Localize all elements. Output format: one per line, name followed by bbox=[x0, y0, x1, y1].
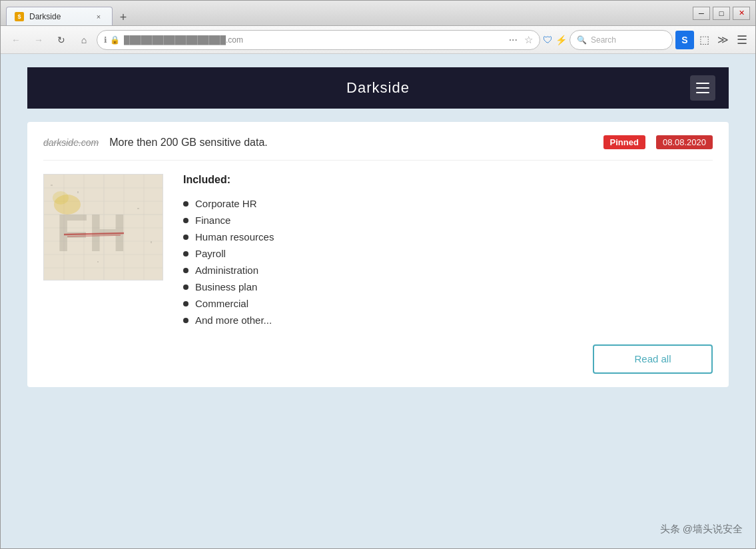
bullet-icon bbox=[183, 201, 189, 207]
bullet-icon bbox=[183, 235, 189, 240]
list-item: Finance bbox=[183, 212, 713, 229]
post-body: FH bbox=[43, 174, 713, 374]
svg-rect-18 bbox=[51, 185, 53, 186]
pinned-badge: Pinned bbox=[603, 135, 645, 149]
list-item: Corporate HR bbox=[183, 195, 713, 212]
post-header: darkside.com More then 200 GB sensitive … bbox=[43, 135, 713, 161]
search-bar[interactable]: 🔍 Search bbox=[569, 30, 673, 50]
bullet-icon bbox=[183, 301, 189, 306]
address-menu-dots[interactable]: ··· bbox=[506, 34, 520, 46]
included-title: Included: bbox=[183, 174, 713, 186]
title-bar: $ Darkside × + ─ □ ✕ bbox=[1, 1, 755, 26]
list-item-text: Administration bbox=[195, 265, 258, 276]
search-input[interactable]: Search bbox=[591, 35, 665, 45]
minimize-button[interactable]: ─ bbox=[693, 7, 710, 20]
bullet-icon bbox=[183, 218, 189, 223]
url-text: ██████████████████.com bbox=[124, 35, 502, 45]
list-item: Administration bbox=[183, 262, 713, 278]
profile-button[interactable]: S bbox=[675, 31, 694, 49]
list-item: Human resources bbox=[183, 229, 713, 245]
address-bar[interactable]: ℹ 🔒 ██████████████████.com ··· ☆ bbox=[97, 30, 540, 50]
list-item-text: Payroll bbox=[195, 248, 226, 259]
ham-line-1 bbox=[696, 83, 709, 84]
page-content: Darkside darkside.com More then 200 GB s… bbox=[1, 54, 755, 548]
svg-rect-22 bbox=[151, 241, 152, 243]
site-header: Darkside bbox=[27, 67, 729, 109]
tab-favicon: $ bbox=[15, 12, 24, 21]
post-card: darkside.com More then 200 GB sensitive … bbox=[27, 122, 729, 387]
browser-tab[interactable]: $ Darkside × bbox=[6, 7, 113, 25]
navigation-bar: ← → ↻ ⌂ ℹ 🔒 ██████████████████.com ··· ☆… bbox=[1, 26, 755, 54]
svg-rect-21 bbox=[97, 261, 99, 263]
new-tab-button[interactable]: + bbox=[114, 9, 133, 25]
bookmark-icon[interactable]: ☆ bbox=[524, 34, 533, 46]
lightning-icon[interactable]: ⚡ bbox=[556, 35, 567, 45]
info-icon: ℹ bbox=[104, 35, 107, 45]
tab-title: Darkside bbox=[29, 12, 88, 21]
sidebar-button[interactable]: ⬚ bbox=[697, 31, 712, 49]
list-item: Commercial bbox=[183, 295, 713, 312]
home-button[interactable]: ⌂ bbox=[74, 30, 94, 50]
forward-button[interactable]: → bbox=[29, 30, 49, 50]
post-image: FH bbox=[43, 174, 163, 280]
list-item-text: Finance bbox=[195, 215, 230, 226]
tab-close-button[interactable]: × bbox=[93, 11, 104, 22]
refresh-button[interactable]: ↻ bbox=[51, 30, 71, 50]
bullet-icon bbox=[183, 284, 189, 290]
bullet-icon bbox=[183, 251, 189, 257]
bullet-icon bbox=[183, 318, 189, 323]
post-date: 08.08.2020 bbox=[656, 135, 713, 149]
included-list: Corporate HRFinanceHuman resourcesPayrol… bbox=[183, 195, 713, 328]
list-item: Payroll bbox=[183, 245, 713, 262]
post-image-noise: FH bbox=[44, 175, 163, 280]
read-all-button[interactable]: Read all bbox=[593, 344, 713, 374]
post-headline: More then 200 GB sensitive data. bbox=[109, 137, 592, 149]
list-item: And more other... bbox=[183, 312, 713, 328]
list-item: Business plan bbox=[183, 278, 713, 295]
address-icons: ℹ 🔒 bbox=[104, 35, 120, 45]
more-button[interactable]: ≫ bbox=[715, 31, 731, 49]
ham-line-2 bbox=[696, 87, 709, 89]
shield-icon[interactable]: 🛡 bbox=[543, 34, 553, 45]
maximize-button[interactable]: □ bbox=[713, 7, 730, 20]
list-item-text: Commercial bbox=[195, 298, 248, 309]
watermark: 头条 @墙头说安全 bbox=[660, 523, 743, 536]
svg-point-15 bbox=[53, 191, 69, 205]
bullet-icon bbox=[183, 268, 189, 273]
list-item-text: Business plan bbox=[195, 281, 257, 292]
list-item-text: Human resources bbox=[195, 231, 274, 243]
post-details: Included: Corporate HRFinanceHuman resou… bbox=[183, 174, 713, 374]
window-controls: ─ □ ✕ bbox=[693, 7, 750, 20]
site-title: Darkside bbox=[346, 79, 410, 97]
browser-window: $ Darkside × + ─ □ ✕ ← → ↻ ⌂ ℹ bbox=[0, 0, 756, 549]
back-button[interactable]: ← bbox=[6, 30, 26, 50]
site-menu-button[interactable] bbox=[690, 75, 715, 101]
list-item-text: Corporate HR bbox=[195, 198, 257, 209]
close-button[interactable]: ✕ bbox=[733, 7, 750, 20]
svg-rect-19 bbox=[77, 191, 79, 193]
post-site-name: darkside.com bbox=[43, 137, 99, 148]
list-item-text: And more other... bbox=[195, 314, 272, 326]
https-icon: 🔒 bbox=[110, 35, 120, 45]
browser-menu-button[interactable]: ☰ bbox=[734, 30, 750, 50]
search-icon: 🔍 bbox=[577, 35, 587, 45]
svg-rect-20 bbox=[137, 208, 139, 209]
ham-line-3 bbox=[696, 92, 709, 93]
post-image-svg: FH bbox=[44, 175, 163, 280]
